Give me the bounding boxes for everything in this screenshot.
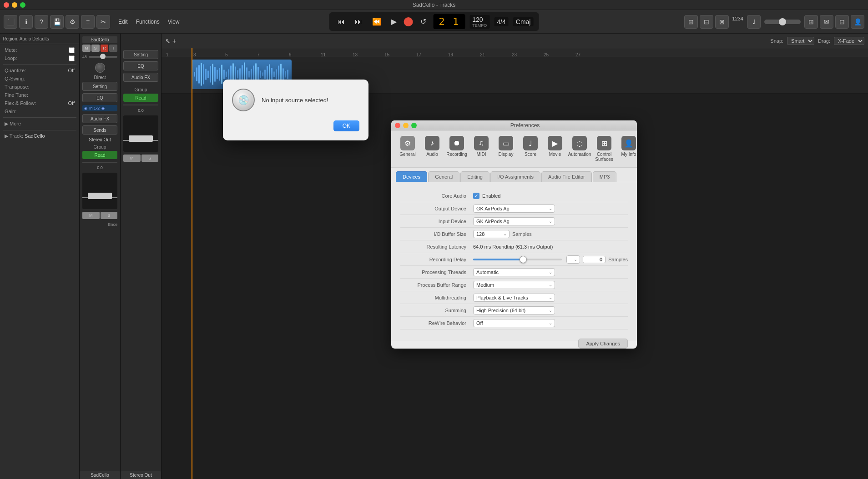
record-btn[interactable] — [404, 17, 413, 26]
read-btn-right[interactable]: Read — [123, 94, 158, 102]
multithreading-select[interactable]: Playback & Live Tracks — [473, 294, 555, 302]
pref-close-icon[interactable] — [395, 123, 400, 128]
rec-arm-btn[interactable]: R — [101, 45, 109, 52]
toolbar-right-7[interactable]: ⊟ — [835, 15, 849, 29]
pref-minimize-icon[interactable] — [403, 123, 409, 128]
toolbar-right-1[interactable]: ⊞ — [684, 15, 698, 29]
input-device-select[interactable]: GK AirPods Ag — [473, 217, 555, 225]
toolbar-right-3[interactable]: ⊠ — [715, 15, 729, 29]
buffer-range-select[interactable]: Medium — [473, 281, 555, 289]
fader-thumb-right[interactable] — [129, 135, 153, 142]
input-toggle-btn[interactable]: I — [109, 45, 117, 52]
play-btn[interactable]: ▶ — [389, 16, 399, 27]
tab-io-assignments[interactable]: I/O Assignments — [490, 171, 540, 182]
forward-btn[interactable]: ⏭ — [352, 17, 365, 27]
processing-threads-select[interactable]: Automatic — [473, 268, 555, 276]
loop-checkbox[interactable] — [69, 55, 75, 61]
toolbar-btn-2[interactable]: ℹ — [19, 15, 33, 29]
recording-delay-slider[interactable] — [473, 259, 562, 260]
output-device-select[interactable]: GK AirPods Ag — [473, 205, 555, 213]
snap-select[interactable]: Smart — [787, 37, 814, 45]
fader-thumb-left[interactable] — [88, 193, 112, 199]
toolbar-btn-5[interactable]: ⚙ — [66, 15, 79, 29]
pref-icon-audio[interactable]: ♪ Audio — [420, 134, 444, 164]
minimize-icon[interactable] — [12, 2, 17, 8]
tab-editing[interactable]: Editing — [460, 171, 490, 182]
pan-knob[interactable] — [100, 54, 106, 59]
pref-icon-my-info[interactable]: 👤 My Info — [617, 134, 637, 164]
multithreading-label: Multithreading: — [400, 295, 473, 300]
setting-btn[interactable]: Setting — [82, 82, 117, 91]
pref-icon-control-surfaces[interactable]: ⊞ Control Surfaces — [592, 134, 616, 164]
pref-icon-general[interactable]: ⚙ General — [396, 134, 419, 164]
toolbar-right-4[interactable]: ♩ — [747, 15, 761, 29]
eq-btn-right[interactable]: EQ — [123, 61, 158, 70]
audio-fx-btn[interactable]: Audio FX — [82, 114, 117, 123]
group-btn[interactable]: Group — [82, 145, 117, 150]
summing-select[interactable]: High Precision (64 bit) — [473, 306, 555, 314]
apply-changes-button[interactable]: Apply Changes — [578, 339, 628, 349]
window-controls — [4, 2, 25, 8]
read-btn-left[interactable]: Read — [82, 151, 117, 159]
mute-checkbox[interactable] — [69, 47, 75, 53]
pref-icon-automation[interactable]: ◌ Automation — [568, 134, 591, 164]
toolbar-right-2[interactable]: ⊟ — [700, 15, 713, 29]
cycle-btn[interactable]: ↺ — [418, 16, 429, 27]
toolbar-btn-4[interactable]: 💾 — [50, 15, 64, 29]
eq-btn[interactable]: EQ — [82, 93, 117, 102]
time-display: 2 1 — [434, 14, 465, 29]
mute-btn[interactable]: M — [82, 45, 91, 52]
fader-right[interactable] — [123, 115, 158, 152]
functions-menu[interactable]: Functions — [133, 18, 162, 26]
edit-menu[interactable]: Edit — [116, 18, 131, 26]
pref-icon-recording[interactable]: ⏺ Recording — [445, 134, 469, 164]
s-bottom-btn[interactable]: S — [101, 212, 118, 219]
toolbar-right-6[interactable]: ✉ — [820, 15, 833, 29]
svg-rect-10 — [217, 70, 218, 79]
rewire-select[interactable]: Off — [473, 319, 555, 327]
cursor-tool[interactable]: ⇖ — [165, 37, 171, 45]
goto-start-btn[interactable]: ⏪ — [369, 16, 384, 27]
tab-audio-file-editor[interactable]: Audio File Editor — [541, 171, 592, 182]
tab-mp3[interactable]: MP3 — [593, 171, 617, 182]
drag-select[interactable]: X-Fade — [834, 37, 864, 45]
master-fader-thumb[interactable] — [779, 18, 786, 25]
close-icon[interactable] — [4, 2, 9, 8]
alert-buttons: OK — [232, 120, 359, 131]
pref-icon-score[interactable]: ♩ Score — [519, 134, 542, 164]
group-btn-right[interactable]: Group — [123, 87, 158, 92]
recording-delay-input[interactable] — [583, 256, 606, 263]
toolbar-btn-3[interactable]: ? — [35, 15, 48, 29]
toolbar-right-5[interactable]: ⊞ — [804, 15, 818, 29]
s-bottom-btn-right[interactable]: S — [141, 155, 159, 162]
fader-left[interactable] — [82, 173, 117, 209]
recording-delay-unit-select[interactable] — [566, 255, 580, 264]
buffer-size-select[interactable]: 128 — [473, 230, 510, 238]
pref-icon-display[interactable]: ▭ Display — [494, 134, 518, 164]
ok-button[interactable]: OK — [333, 120, 359, 131]
toolbar-btn-7[interactable]: ✂ — [96, 15, 110, 29]
maximize-icon[interactable] — [20, 2, 25, 8]
toolbar-btn-6[interactable]: ≡ — [81, 15, 95, 29]
tab-general[interactable]: General — [428, 171, 459, 182]
setting-btn-right[interactable]: Setting — [123, 50, 158, 59]
m-bottom-btn-right[interactable]: M — [123, 155, 141, 162]
pref-icon-movie[interactable]: ▶ Movie — [543, 134, 567, 164]
solo-btn[interactable]: S — [91, 45, 100, 52]
sends-btn[interactable]: Sends — [82, 125, 117, 135]
toolbar-btn-1[interactable]: ⬛ — [4, 15, 17, 29]
core-audio-checkbox[interactable]: ✓ — [473, 193, 479, 199]
more-btn[interactable]: ▶ More — [3, 120, 76, 128]
pref-icon-midi[interactable]: ♫ MIDI — [469, 134, 493, 164]
m-bottom-btn[interactable]: M — [82, 212, 100, 219]
rewind-btn[interactable]: ⏮ — [335, 17, 348, 27]
view-menu[interactable]: View — [165, 18, 182, 26]
pref-maximize-icon[interactable] — [411, 123, 417, 128]
marquee-tool[interactable]: + — [172, 37, 176, 45]
playhead[interactable] — [192, 48, 192, 479]
tab-devices[interactable]: Devices — [396, 171, 427, 182]
toolbar-right-8[interactable]: 👤 — [851, 15, 864, 29]
control-surfaces-icon: ⊞ — [597, 136, 611, 150]
volume-knob[interactable] — [95, 63, 105, 73]
audio-fx-btn-right[interactable]: Audio FX — [123, 73, 158, 82]
